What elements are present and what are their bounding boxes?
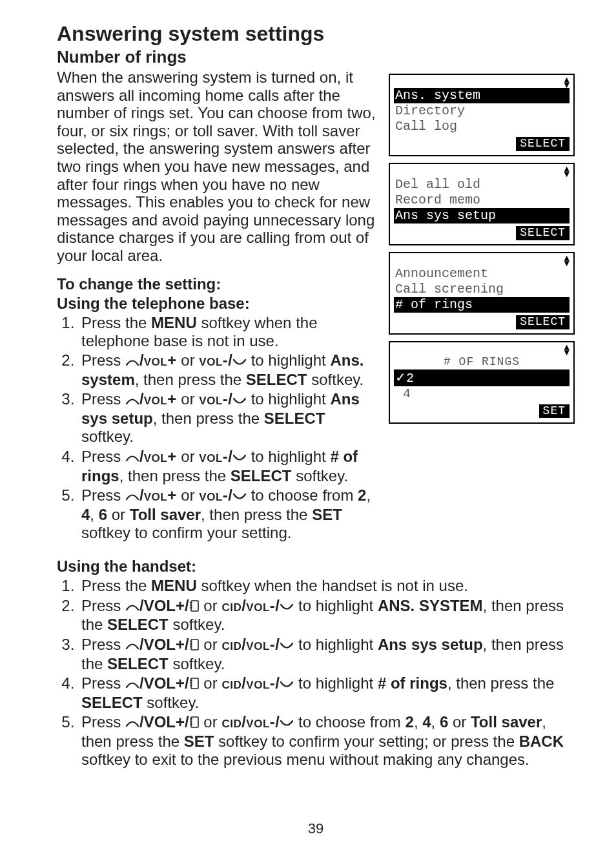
handset-steps-list: Press the MENU softkey when the handset … (57, 577, 575, 769)
arc-up-icon (125, 714, 139, 732)
phonebook-icon (189, 636, 200, 654)
list-item: Press the MENU softkey when the telephon… (79, 314, 380, 351)
arc-up-icon (125, 448, 139, 466)
scroll-arrows-icon: ▲▼ (394, 78, 570, 88)
lcd-softkey: SET (539, 404, 570, 419)
arc-up-icon (125, 636, 139, 654)
intro-paragraph: When the answering system is turned on, … (57, 68, 380, 265)
list-item: Press /VOL+ or VOL-/ to highlight # of r… (79, 448, 380, 485)
list-item: Press /VOL+ or VOL-/ to choose from 2, 4… (79, 486, 380, 542)
scroll-arrows-icon: ▲▼ (394, 167, 570, 177)
list-item: Press /VOL+ or VOL-/ to highlight Ans sy… (79, 390, 380, 446)
arc-down-icon (232, 487, 247, 505)
lcd-row: Directory (394, 103, 570, 119)
arc-down-icon (280, 598, 294, 616)
lcd-row-selected: # of rings (394, 297, 570, 313)
section-heading: Number of rings (57, 47, 575, 67)
arc-down-icon (232, 391, 247, 410)
scroll-arrows-icon: ▲▼ (394, 345, 570, 355)
lcd-row: Call log (394, 119, 570, 134)
list-item: Press /VOL+ or VOL-/ to highlight Ans. s… (79, 351, 380, 389)
arc-up-icon (125, 391, 139, 410)
arc-up-icon (125, 487, 139, 505)
list-item: Press /VOL+/ or CID/VOL-/ to choose from… (79, 713, 575, 769)
list-item: Press /VOL+/ or CID/VOL-/ to highlight A… (79, 636, 575, 673)
lcd-screen-3: ▲▼ Announcement Call screening # of ring… (389, 252, 575, 335)
lcd-softkey: SELECT (516, 137, 570, 151)
phonebook-icon (189, 714, 200, 732)
lcd-row-selected: Ans sys setup (394, 208, 570, 224)
page-number: 39 (57, 820, 575, 837)
lcd-title: # OF RINGS (394, 355, 570, 369)
lcd-screen-1: ▲▼ Ans. system Directory Call log SELECT (389, 74, 575, 156)
lcd-row: Announcement (394, 266, 570, 282)
lcd-row: 4 (394, 386, 570, 402)
list-item: Press the MENU softkey when the handset … (79, 577, 575, 595)
arc-up-icon (125, 353, 139, 371)
list-item: Press /VOL+/ or CID/VOL-/ to highlight #… (79, 674, 575, 712)
base-steps-list: Press the MENU softkey when the telephon… (57, 314, 380, 543)
lcd-screen-4: ▲▼ # OF RINGS ✓2 4 SET (389, 341, 575, 424)
arc-up-icon (125, 675, 139, 693)
lcd-row-selected: ✓2 (394, 369, 570, 386)
lcd-row-selected: Ans. system (394, 88, 570, 103)
arc-up-icon (125, 598, 139, 616)
lcd-softkey: SELECT (516, 315, 570, 329)
phonebook-icon (189, 675, 200, 693)
arc-down-icon (280, 714, 294, 732)
lcd-row: Record memo (394, 192, 570, 208)
arc-down-icon (280, 675, 294, 693)
arc-down-icon (280, 636, 294, 654)
lcd-row: Del all old (394, 177, 570, 192)
scroll-arrows-icon: ▲▼ (394, 256, 570, 266)
subhead-base: Using the telephone base: (57, 295, 380, 313)
arc-down-icon (232, 353, 247, 371)
subhead-change: To change the setting: (57, 275, 380, 293)
list-item: Press /VOL+/ or CID/VOL-/ to highlight A… (79, 597, 575, 634)
subhead-handset: Using the handset: (57, 557, 575, 576)
lcd-softkey: SELECT (516, 226, 570, 240)
phonebook-icon (189, 598, 200, 616)
arc-down-icon (232, 448, 247, 466)
lcd-row: Call screening (394, 282, 570, 297)
lcd-screen-2: ▲▼ Del all old Record memo Ans sys setup… (389, 163, 575, 245)
page-title: Answering system settings (57, 22, 575, 46)
